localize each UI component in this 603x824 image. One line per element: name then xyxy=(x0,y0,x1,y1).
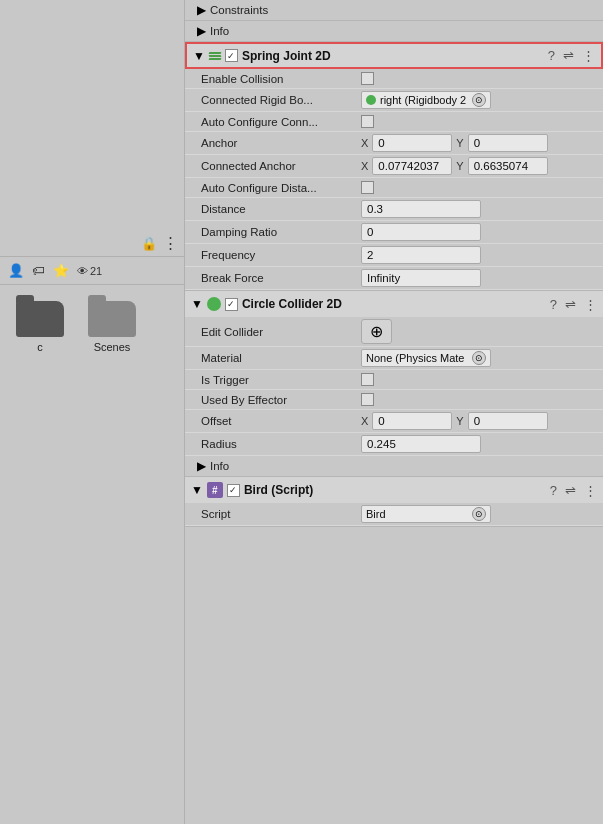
tag-icon[interactable]: 🏷 xyxy=(32,263,45,278)
is-trigger-checkbox[interactable] xyxy=(361,373,374,386)
connected-anchor-y-field[interactable]: 0.6635074 xyxy=(468,157,548,175)
auto-configure-distance-checkbox[interactable] xyxy=(361,181,374,194)
used-by-effector-value xyxy=(361,393,595,406)
is-trigger-row: Is Trigger xyxy=(185,370,603,390)
damping-ratio-label: Damping Ratio xyxy=(201,226,361,238)
circle-collider-more-icon[interactable]: ⋮ xyxy=(584,297,597,312)
offset-y-label: Y xyxy=(456,415,463,427)
offset-y-field[interactable]: 0 xyxy=(468,412,548,430)
bird-script-arrow[interactable] xyxy=(191,483,203,497)
circle-collider-help-icon[interactable]: ? xyxy=(550,297,557,312)
folder-icon-scenes xyxy=(88,301,136,337)
offset-x-field[interactable]: 0 xyxy=(372,412,452,430)
spring-joint-header: Spring Joint 2D ? ⇌ ⋮ xyxy=(185,42,603,69)
anchor-xy: X 0 Y 0 xyxy=(361,134,548,152)
bird-script-help-icon[interactable]: ? xyxy=(550,483,557,498)
edit-collider-icon: ⊕ xyxy=(370,322,383,341)
connected-rb-label: Connected Rigid Bo... xyxy=(201,94,361,106)
distance-field[interactable]: 0.3 xyxy=(361,200,481,218)
rb-text: right (Rigidbody 2 xyxy=(380,94,468,106)
connected-anchor-x-field[interactable]: 0.07742037 xyxy=(372,157,452,175)
folder-item-scenes[interactable]: Scenes xyxy=(76,293,148,361)
auto-configure-connected-value xyxy=(361,115,595,128)
edit-collider-button[interactable]: ⊕ xyxy=(361,319,392,344)
bird-script-enabled-checkbox[interactable] xyxy=(227,484,240,497)
star-icon[interactable]: ⭐ xyxy=(53,263,69,278)
auto-configure-connected-row: Auto Configure Conn... xyxy=(185,112,603,132)
frequency-label: Frequency xyxy=(201,249,361,261)
radius-value: 0.245 xyxy=(361,435,595,453)
radius-label: Radius xyxy=(201,438,361,450)
constraints-section[interactable]: Constraints xyxy=(185,0,603,21)
bird-script-sliders-icon[interactable]: ⇌ xyxy=(565,483,576,498)
rb-dot xyxy=(366,95,376,105)
info-top-section[interactable]: Info xyxy=(185,21,603,42)
offset-row: Offset X 0 Y 0 xyxy=(185,410,603,433)
connected-anchor-row: Connected Anchor X 0.07742037 Y 0.663507… xyxy=(185,155,603,178)
frequency-field[interactable]: 2 xyxy=(361,246,481,264)
inspector-panel: Constraints Info Spring Joint 2D ? xyxy=(185,0,603,824)
spring-joint-sliders-icon[interactable]: ⇌ xyxy=(563,48,574,63)
break-force-value: Infinity xyxy=(361,269,595,287)
lock-icon[interactable]: 🔒 xyxy=(141,236,157,251)
bird-script-title: Bird (Script) xyxy=(244,483,546,497)
person-icon[interactable]: 👤 xyxy=(8,263,24,278)
rb-select-btn[interactable]: ⊙ xyxy=(472,93,486,107)
left-toolbar: 🔒 ⋮ xyxy=(0,230,184,257)
material-field[interactable]: None (Physics Mate ⊙ xyxy=(361,349,491,367)
break-force-label: Break Force xyxy=(201,272,361,284)
break-force-row: Break Force Infinity xyxy=(185,267,603,290)
circle-collider-enabled-checkbox[interactable] xyxy=(225,298,238,311)
connected-rb-row: Connected Rigid Bo... right (Rigidbody 2… xyxy=(185,89,603,112)
is-trigger-label: Is Trigger xyxy=(201,374,361,386)
used-by-effector-label: Used By Effector xyxy=(201,394,361,406)
circle-collider-info-arrow[interactable] xyxy=(197,459,206,473)
script-field[interactable]: Bird ⊙ xyxy=(361,505,491,523)
folder-item-left[interactable]: c xyxy=(4,293,76,361)
anchor-x-label: X xyxy=(361,137,368,149)
radius-field[interactable]: 0.245 xyxy=(361,435,481,453)
more-icon[interactable]: ⋮ xyxy=(163,234,178,252)
anchor-x-field[interactable]: 0 xyxy=(372,134,452,152)
constraints-arrow[interactable] xyxy=(197,3,206,17)
bird-script-header: # Bird (Script) ? ⇌ ⋮ xyxy=(185,477,603,503)
used-by-effector-checkbox[interactable] xyxy=(361,393,374,406)
spring-joint-more-icon[interactable]: ⋮ xyxy=(582,48,595,63)
material-label: Material xyxy=(201,352,361,364)
offset-x-label: X xyxy=(361,415,368,427)
left-icons-row: 👤 🏷 ⭐ 👁 21 xyxy=(0,257,184,285)
edit-collider-value: ⊕ xyxy=(361,319,595,344)
distance-value: 0.3 xyxy=(361,200,595,218)
spring-joint-help-icon[interactable]: ? xyxy=(548,48,555,63)
constraints-label: Constraints xyxy=(210,4,268,16)
circle-collider-info-section[interactable]: Info xyxy=(185,456,603,476)
material-text: None (Physics Mate xyxy=(366,352,468,364)
anchor-y-label: Y xyxy=(456,137,463,149)
edit-collider-label: Edit Collider xyxy=(201,326,361,338)
circle-collider-arrow[interactable] xyxy=(191,297,203,311)
connected-rb-value: right (Rigidbody 2 ⊙ xyxy=(361,91,595,109)
spring-joint-enabled-checkbox[interactable] xyxy=(225,49,238,62)
damping-ratio-field[interactable]: 0 xyxy=(361,223,481,241)
anchor-y-field[interactable]: 0 xyxy=(468,134,548,152)
auto-configure-connected-checkbox[interactable] xyxy=(361,115,374,128)
damping-ratio-value: 0 xyxy=(361,223,595,241)
connected-rb-field[interactable]: right (Rigidbody 2 ⊙ xyxy=(361,91,491,109)
bird-script-more-icon[interactable]: ⋮ xyxy=(584,483,597,498)
enable-collision-checkbox[interactable] xyxy=(361,72,374,85)
circle-collider-title: Circle Collider 2D xyxy=(242,297,546,311)
eye-badge: 👁 21 xyxy=(77,265,102,277)
spring-joint-arrow[interactable] xyxy=(193,49,205,63)
auto-configure-distance-row: Auto Configure Dista... xyxy=(185,178,603,198)
used-by-effector-row: Used By Effector xyxy=(185,390,603,410)
auto-configure-connected-label: Auto Configure Conn... xyxy=(201,116,361,128)
break-force-field[interactable]: Infinity xyxy=(361,269,481,287)
info-top-arrow[interactable] xyxy=(197,24,206,38)
circle-collider-icon xyxy=(207,297,221,311)
script-select-btn[interactable]: ⊙ xyxy=(472,507,486,521)
damping-ratio-row: Damping Ratio 0 xyxy=(185,221,603,244)
material-select-btn[interactable]: ⊙ xyxy=(472,351,486,365)
folders-row: c Scenes xyxy=(0,285,184,369)
anchor-row: Anchor X 0 Y 0 xyxy=(185,132,603,155)
circle-collider-sliders-icon[interactable]: ⇌ xyxy=(565,297,576,312)
